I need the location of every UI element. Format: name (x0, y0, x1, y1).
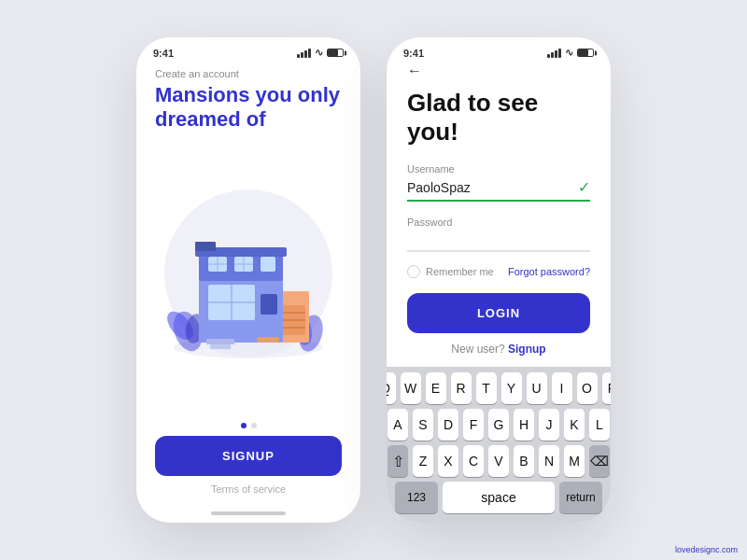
keyboard-row-2: A S D F G H J K L (390, 409, 607, 441)
key-z[interactable]: Z (413, 445, 433, 477)
keyboard-row-4: 123 space return (390, 482, 607, 513)
signal-icon (297, 49, 311, 58)
greeting-title: Glad to see you! (407, 89, 590, 147)
key-c[interactable]: C (463, 445, 484, 477)
key-m[interactable]: M (564, 445, 585, 477)
signal-icon-2 (547, 49, 561, 58)
forgot-password-link[interactable]: Forgot password? (508, 266, 590, 277)
time-1: 9:41 (153, 48, 174, 59)
key-w[interactable]: W (401, 372, 421, 404)
signup-phone: 9:41 ∿ Create an account Mansions you on… (136, 37, 360, 523)
numbers-key[interactable]: 123 (395, 482, 438, 513)
svg-rect-25 (195, 242, 216, 251)
login-phone: 9:41 ∿ ← Glad to see you! Username (387, 37, 611, 523)
space-key[interactable]: space (443, 482, 555, 513)
shift-key[interactable]: ⇧ (388, 445, 408, 477)
key-h[interactable]: H (514, 409, 534, 441)
time-2: 9:41 (403, 48, 424, 59)
key-p[interactable]: P (602, 372, 612, 404)
status-bar-1: 9:41 ∿ (136, 37, 360, 63)
key-u[interactable]: U (527, 372, 547, 404)
key-e[interactable]: E (426, 372, 446, 404)
wifi-icon-2: ∿ (565, 47, 573, 59)
key-f[interactable]: F (463, 409, 484, 441)
status-icons-2: ∿ (547, 47, 594, 59)
signup-button[interactable]: SIGNUP (155, 436, 342, 476)
new-user-text: New user? (451, 343, 504, 356)
back-button[interactable]: ← (407, 63, 590, 79)
dot-2 (251, 423, 257, 428)
svg-rect-27 (210, 344, 231, 349)
battery-icon (327, 49, 344, 57)
password-field-row (407, 231, 590, 252)
key-s[interactable]: S (413, 409, 433, 441)
remember-radio[interactable] (407, 265, 420, 278)
create-account-label: Create an account (155, 68, 342, 79)
keyboard-row-3: ⇧ Z X C V B N M ⌫ (390, 445, 607, 477)
new-user-row: New user? Signup (407, 343, 590, 356)
backspace-key[interactable]: ⌫ (589, 445, 610, 477)
return-key[interactable]: return (559, 482, 602, 513)
key-l[interactable]: L (589, 409, 610, 441)
key-n[interactable]: N (539, 445, 559, 477)
remember-row: Remember me Forgot password? (407, 265, 590, 278)
check-icon: ✓ (578, 178, 590, 196)
key-t[interactable]: T (476, 372, 497, 404)
remember-label: Remember me (426, 266, 494, 277)
key-a[interactable]: A (388, 409, 408, 441)
carousel-dots (155, 423, 342, 428)
dot-1 (241, 423, 247, 428)
username-field-row: ✓ (407, 178, 590, 202)
username-input[interactable] (407, 180, 578, 195)
house-illustration (160, 193, 337, 371)
status-bar-2: 9:41 ∿ (387, 37, 611, 63)
key-y[interactable]: Y (501, 372, 522, 404)
key-v[interactable]: V (488, 445, 509, 477)
key-k[interactable]: K (564, 409, 585, 441)
username-label: Username (407, 163, 590, 175)
key-b[interactable]: B (514, 445, 534, 477)
key-q[interactable]: Q (387, 372, 396, 404)
keyboard: Q W E R T Y U I O P A S D F G H (387, 367, 611, 523)
svg-rect-24 (261, 294, 277, 315)
battery-icon-2 (577, 49, 594, 57)
key-r[interactable]: R (451, 372, 472, 404)
key-x[interactable]: X (438, 445, 458, 477)
key-i[interactable]: I (552, 372, 572, 404)
keyboard-row-1: Q W E R T Y U I O P (390, 372, 607, 404)
watermark: lovedesignc.com (675, 545, 738, 554)
key-d[interactable]: D (438, 409, 458, 441)
svg-rect-28 (257, 337, 279, 343)
svg-rect-26 (206, 339, 234, 344)
keyboard-bottom: 🙂 🎤 (390, 518, 607, 523)
key-j[interactable]: J (539, 409, 559, 441)
remember-left: Remember me (407, 265, 494, 278)
emoji-button[interactable]: 🙂 (398, 522, 418, 523)
mansions-title: Mansions you only dreamed of (155, 83, 342, 133)
wifi-icon: ∿ (315, 47, 323, 59)
login-button[interactable]: LOGIN (407, 293, 590, 333)
svg-rect-16 (261, 257, 275, 272)
key-g[interactable]: G (488, 409, 509, 441)
illustration-area (155, 142, 342, 423)
key-o[interactable]: O (577, 372, 598, 404)
password-label: Password (407, 217, 590, 228)
status-icons-1: ∿ (297, 47, 344, 59)
signup-link[interactable]: Signup (508, 343, 546, 356)
password-input[interactable] (407, 231, 590, 246)
home-indicator-1 (211, 511, 286, 515)
terms-link[interactable]: Terms of service (155, 483, 342, 495)
